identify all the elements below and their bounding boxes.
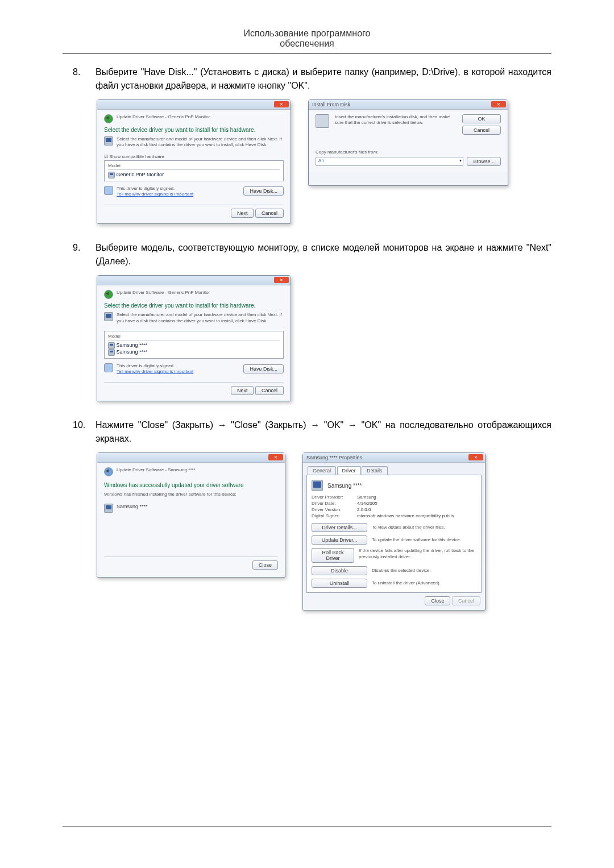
dialog-select-model: ✕ ◄ Update Driver Software - Generic PnP… bbox=[97, 275, 291, 401]
close-icon[interactable]: ✕ bbox=[274, 101, 289, 107]
close-button[interactable]: Close bbox=[252, 560, 278, 570]
device-name: Samsung **** bbox=[327, 483, 362, 489]
disable-text: Disables the selected device. bbox=[372, 568, 431, 574]
step-9-num: 9. bbox=[63, 241, 96, 268]
dialog-update-success: ✕ ◄ Update Driver Software - Samsung ***… bbox=[97, 452, 285, 578]
value-signer: microsoft windows hardware compatibility… bbox=[357, 513, 454, 518]
dialog-install-from-disk: Install From Disk✕ Insert the manufactur… bbox=[308, 99, 508, 186]
disable-button[interactable]: Disable bbox=[312, 566, 367, 575]
tab-general[interactable]: General bbox=[308, 466, 336, 475]
value-provider: Samsung bbox=[357, 495, 376, 500]
cancel-button: Cancel bbox=[452, 596, 480, 605]
tab-details[interactable]: Details bbox=[362, 466, 388, 475]
step-10-text: Нажмите "Close" (Закрыть) → "Close" (Зак… bbox=[96, 418, 551, 446]
header-line1: Использование программного bbox=[244, 28, 371, 38]
monitor-icon bbox=[104, 312, 113, 321]
label-version: Driver Version: bbox=[312, 507, 357, 512]
label-date: Driver Date: bbox=[312, 501, 357, 506]
close-icon[interactable]: ✕ bbox=[268, 454, 283, 460]
value-version: 2.0.0.0 bbox=[357, 507, 371, 512]
model-item[interactable]: Samsung **** bbox=[108, 349, 280, 356]
driver-details-button[interactable]: Driver Details... bbox=[312, 523, 367, 532]
dialog-title: Select the device driver you want to ins… bbox=[104, 302, 284, 309]
label-provider: Driver Provider: bbox=[312, 495, 357, 500]
show-compatible-label: Show compatible hardware bbox=[109, 154, 164, 159]
model-item-label: Samsung **** bbox=[117, 342, 148, 348]
back-icon[interactable]: ◄ bbox=[104, 467, 113, 476]
uninstall-button[interactable]: Uninstall bbox=[312, 579, 367, 588]
dialog-title: Install From Disk bbox=[312, 102, 350, 107]
dialog-title: Samsung **** Properties bbox=[306, 455, 362, 460]
step-9: 9. Выберите модель, соответствующую мони… bbox=[63, 241, 551, 268]
have-disk-button[interactable]: Have Disk... bbox=[243, 186, 284, 196]
dialog-title: Windows has successfully updated your dr… bbox=[104, 482, 278, 488]
dialog-driver-properties: Samsung **** Properties✕ General Driver … bbox=[302, 452, 486, 610]
dialog-select-driver: ✕ ◄ Update Driver Software - Generic PnP… bbox=[97, 99, 291, 224]
path-input[interactable]: A:\ ▾ bbox=[316, 157, 463, 166]
model-item-label: Generic PnP Monitor bbox=[117, 172, 164, 177]
disk-icon bbox=[316, 114, 329, 128]
value-date: 4/14/2005 bbox=[357, 501, 377, 506]
tab-driver[interactable]: Driver bbox=[337, 466, 361, 475]
device-name: Samsung **** bbox=[117, 504, 148, 509]
footer-rule bbox=[63, 827, 551, 827]
dialog-desc: Select the manufacturer and model of you… bbox=[117, 312, 284, 324]
copy-from-label: Copy manufacturer's files from: bbox=[316, 149, 501, 155]
uninstall-text: To uninstall the driver (Advanced). bbox=[372, 580, 441, 586]
show-compatible-checkbox[interactable]: ☑ bbox=[104, 154, 108, 159]
monitor-icon bbox=[104, 136, 113, 146]
dialog-desc: Windows has finished installing the driv… bbox=[104, 492, 278, 497]
cancel-button[interactable]: Cancel bbox=[462, 126, 501, 135]
rollback-driver-text: If the device fails after updating the d… bbox=[359, 548, 476, 560]
close-icon[interactable]: ✕ bbox=[274, 277, 289, 283]
model-header: Model bbox=[108, 163, 280, 170]
signing-link[interactable]: Tell me why driver signing is important bbox=[117, 192, 193, 197]
dialog-desc: Select the manufacturer and model of you… bbox=[117, 136, 284, 148]
have-disk-button[interactable]: Have Disk... bbox=[243, 364, 284, 373]
monitor-icon bbox=[108, 172, 115, 178]
next-button[interactable]: Next bbox=[231, 386, 254, 395]
back-icon[interactable]: ◄ bbox=[104, 114, 113, 123]
close-button[interactable]: Close bbox=[425, 596, 450, 605]
rollback-driver-button[interactable]: Roll Back Driver bbox=[312, 548, 354, 563]
breadcrumb: Update Driver Software - Generic PnP Mon… bbox=[117, 114, 210, 120]
shield-icon bbox=[104, 363, 113, 372]
update-driver-button[interactable]: Update Driver... bbox=[312, 535, 367, 545]
label-signer: Digital Signer: bbox=[312, 513, 357, 518]
ok-button[interactable]: OK bbox=[462, 114, 501, 123]
model-item[interactable]: Generic PnP Monitor bbox=[108, 172, 280, 178]
page-header: Использование программного обеспечения bbox=[63, 28, 551, 54]
step-10: 10. Нажмите "Close" (Закрыть) → "Close" … bbox=[63, 418, 551, 446]
path-value: A:\ bbox=[318, 158, 324, 163]
back-icon[interactable]: ◄ bbox=[104, 290, 113, 299]
chevron-down-icon[interactable]: ▾ bbox=[459, 158, 462, 163]
step-10-num: 10. bbox=[63, 418, 96, 446]
close-icon[interactable]: ✕ bbox=[468, 454, 483, 460]
header-line2: обеспечения bbox=[280, 39, 334, 48]
model-item-label: Samsung **** bbox=[117, 349, 148, 355]
signed-text: This driver is digitally signed. bbox=[117, 363, 193, 369]
dialog-title: Select the device driver you want to ins… bbox=[104, 127, 284, 133]
monitor-icon bbox=[108, 342, 115, 349]
step-8-text: Выберите "Have Disk..." (Установить с ди… bbox=[96, 65, 551, 93]
close-icon[interactable]: ✕ bbox=[491, 101, 506, 107]
update-driver-text: To update the driver software for this d… bbox=[372, 537, 461, 543]
monitor-icon bbox=[108, 349, 115, 356]
step-8-num: 8. bbox=[63, 65, 96, 93]
cancel-button[interactable]: Cancel bbox=[255, 386, 284, 395]
step-9-text: Выберите модель, соответствующую монитор… bbox=[96, 241, 551, 268]
monitor-icon bbox=[104, 504, 113, 513]
dialog-desc: Insert the manufacturer's installation d… bbox=[335, 114, 457, 126]
breadcrumb: Update Driver Software - Generic PnP Mon… bbox=[117, 290, 210, 296]
model-item[interactable]: Samsung **** bbox=[108, 342, 280, 349]
signed-text: This driver is digitally signed. bbox=[117, 186, 193, 192]
monitor-icon bbox=[312, 480, 323, 491]
cancel-button[interactable]: Cancel bbox=[255, 209, 284, 218]
next-button[interactable]: Next bbox=[231, 209, 254, 218]
step-8: 8. Выберите "Have Disk..." (Установить с… bbox=[63, 65, 551, 93]
shield-icon bbox=[104, 186, 113, 195]
driver-details-text: To view details about the driver files. bbox=[372, 525, 445, 530]
signing-link[interactable]: Tell me why driver signing is important bbox=[117, 369, 193, 374]
browse-button[interactable]: Browse... bbox=[467, 157, 501, 166]
breadcrumb: Update Driver Software - Samsung **** bbox=[117, 467, 196, 473]
